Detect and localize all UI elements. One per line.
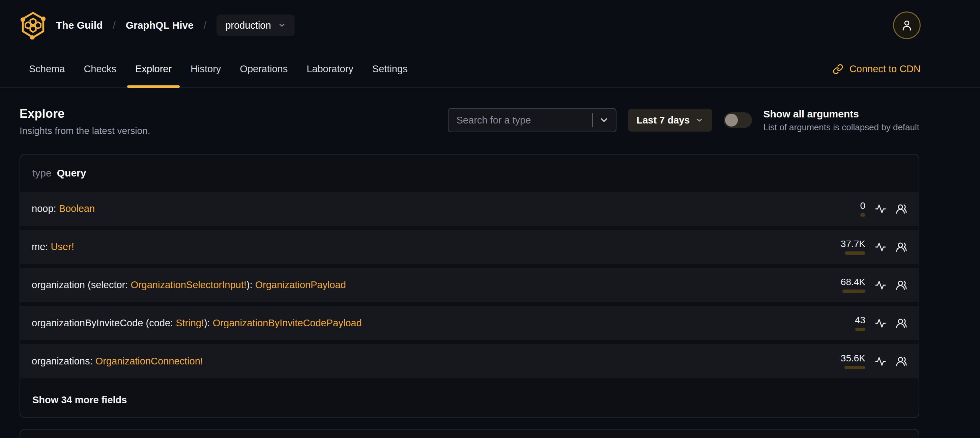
usage-stat: 68.4K: [841, 277, 865, 293]
field-stats: 43: [842, 315, 907, 331]
field-row[interactable]: noop: Boolean 0: [20, 192, 919, 226]
field-name-token: organizationByInviteCode (code:: [32, 317, 176, 328]
tab-label: Explorer: [135, 64, 172, 75]
usage-bar: [845, 366, 865, 369]
page-heading: Explore Insights from the latest version…: [19, 107, 150, 136]
user-avatar-icon: [900, 19, 913, 32]
usage-stat: 43: [842, 315, 865, 331]
usage-stat: 35.6K: [841, 354, 865, 369]
type-kind-label: type: [32, 167, 52, 179]
toggle-description: Show all arguments List of arguments is …: [764, 109, 919, 132]
users-icon[interactable]: [896, 241, 907, 253]
show-all-arguments-toggle[interactable]: [724, 112, 752, 128]
type-card-header: type Query: [20, 154, 919, 192]
field-signature: organizations: OrganizationConnection!: [32, 356, 203, 367]
type-name[interactable]: Query: [57, 167, 86, 179]
chevron-down-icon: [695, 116, 703, 124]
date-range-button[interactable]: Last 7 days: [628, 109, 712, 132]
users-icon[interactable]: [896, 356, 907, 367]
target-selector-button[interactable]: production: [216, 14, 294, 36]
breadcrumb-project[interactable]: GraphQL Hive: [126, 19, 194, 31]
next-type-card-partial: [19, 429, 919, 438]
type-search-placeholder: Search for a type: [457, 115, 590, 126]
field-row[interactable]: organizations: OrganizationConnection! 3…: [20, 344, 919, 378]
activity-icon[interactable]: [875, 279, 886, 291]
field-type-token[interactable]: OrganizationPayload: [255, 279, 346, 290]
field-signature: organization (selector: OrganizationSele…: [32, 279, 346, 290]
link-icon: [833, 64, 843, 75]
field-type-token[interactable]: OrganizationSelectorInput!: [130, 279, 246, 290]
activity-icon[interactable]: [875, 203, 886, 215]
breadcrumb: The Guild / GraphQL Hive / production: [56, 14, 295, 36]
usage-bar: [860, 213, 865, 217]
field-stats: 0: [842, 201, 907, 217]
toggle-label: Show all arguments: [764, 109, 919, 119]
tab-explorer[interactable]: Explorer: [126, 51, 181, 88]
users-icon[interactable]: [896, 317, 907, 329]
field-name-token: noop:: [32, 203, 59, 214]
usage-bar: [845, 252, 865, 255]
page-subtitle: Insights from the latest version.: [19, 126, 150, 136]
field-name-token: ):: [204, 317, 213, 328]
tab-operations[interactable]: Operations: [230, 51, 297, 88]
users-icon[interactable]: [896, 279, 907, 291]
usage-bar: [855, 328, 865, 331]
field-row[interactable]: organizationByInviteCode (code: String!)…: [20, 306, 919, 340]
breadcrumb-org[interactable]: The Guild: [56, 19, 102, 31]
usage-count: 35.6K: [841, 354, 865, 363]
field-type-token[interactable]: Boolean: [59, 203, 95, 214]
tab-label: History: [191, 64, 221, 75]
field-name-token: ):: [247, 279, 255, 290]
usage-count: 68.4K: [841, 277, 865, 287]
field-type-token[interactable]: OrganizationByInviteCodePayload: [213, 317, 362, 328]
show-more-fields-button[interactable]: Show 34 more fields: [20, 382, 919, 417]
field-name-token: organizations:: [32, 356, 95, 366]
users-icon[interactable]: [896, 203, 907, 215]
user-menu-button[interactable]: [893, 11, 921, 39]
field-type-token[interactable]: String!: [176, 317, 204, 328]
field-row[interactable]: me: User! 37.7K: [20, 230, 919, 264]
target-selector-label: production: [225, 20, 271, 31]
toggle-knob: [725, 114, 738, 127]
type-card-query: type Query noop: Boolean 0 me: User! 37.: [19, 154, 919, 418]
usage-count: 43: [855, 315, 865, 325]
type-search-input[interactable]: Search for a type: [448, 108, 616, 132]
tab-history[interactable]: History: [181, 51, 230, 88]
activity-icon[interactable]: [875, 356, 886, 367]
hive-logo-icon[interactable]: [19, 11, 46, 40]
date-range-label: Last 7 days: [637, 115, 690, 126]
tab-label: Laboratory: [307, 64, 353, 75]
usage-count: 0: [860, 201, 865, 210]
field-name-token: organization (selector:: [32, 279, 130, 290]
tab-schema[interactable]: Schema: [19, 51, 74, 88]
field-type-token[interactable]: OrganizationConnection!: [95, 356, 203, 366]
breadcrumb-separator: /: [113, 19, 115, 31]
tab-label: Schema: [29, 64, 65, 75]
activity-icon[interactable]: [875, 241, 886, 253]
explorer-controls: Search for a type Last 7 days Show all a…: [448, 108, 919, 132]
chevron-down-icon[interactable]: [599, 115, 609, 125]
connect-to-cdn-label: Connect to CDN: [850, 64, 921, 75]
field-list: noop: Boolean 0 me: User! 37.7K: [20, 192, 919, 378]
active-tab-underline: [127, 85, 180, 88]
tab-settings[interactable]: Settings: [363, 51, 417, 88]
connect-to-cdn-link[interactable]: Connect to CDN: [833, 51, 921, 88]
project-nav: Schema Checks Explorer History Operation…: [0, 51, 980, 88]
field-type-token[interactable]: User!: [51, 241, 74, 252]
app-header: The Guild / GraphQL Hive / production: [0, 0, 980, 51]
usage-stat: 0: [842, 201, 865, 217]
explorer-page: Explore Insights from the latest version…: [19, 107, 919, 438]
tab-label: Settings: [372, 64, 408, 75]
field-signature: me: User!: [32, 241, 74, 252]
field-stats: 35.6K: [841, 354, 907, 369]
field-stats: 37.7K: [841, 239, 907, 255]
usage-stat: 37.7K: [841, 239, 865, 255]
tab-laboratory[interactable]: Laboratory: [297, 51, 363, 88]
tab-checks[interactable]: Checks: [74, 51, 126, 88]
field-signature: organizationByInviteCode (code: String!)…: [32, 317, 362, 329]
toggle-sublabel: List of arguments is collapsed by defaul…: [764, 123, 919, 132]
field-row[interactable]: organization (selector: OrganizationSele…: [20, 268, 919, 302]
activity-icon[interactable]: [875, 317, 886, 329]
tab-label: Checks: [84, 64, 116, 75]
field-name-token: me:: [32, 241, 51, 252]
